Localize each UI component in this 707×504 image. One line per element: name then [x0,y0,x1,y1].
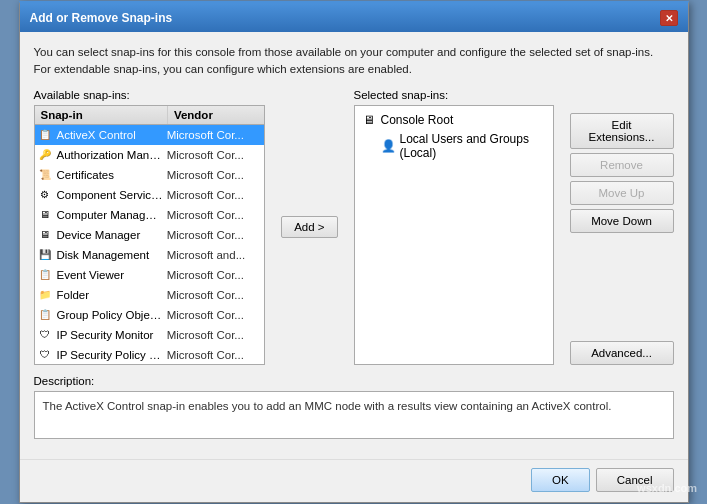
row-icon: 💾 [35,249,55,260]
table-row[interactable]: 📋 ActiveX Control Microsoft Cor... [35,125,265,145]
table-row[interactable]: 📁 Folder Microsoft Cor... [35,285,265,305]
dialog-title: Add or Remove Snap-ins [30,11,173,25]
advanced-button[interactable]: Advanced... [570,341,674,365]
snap-in-table-wrapper: Snap-in Vendor 📋 ActiveX Control Microso… [34,105,266,365]
row-name: IP Security Policy M... [55,348,165,362]
row-name: Group Policy Object ... [55,308,165,322]
row-name: Authorization Manager [55,148,165,162]
selected-label: Selected snap-ins: [354,89,554,101]
row-icon: 📋 [35,129,55,140]
table-row[interactable]: 📋 Group Policy Object ... Microsoft Cor.… [35,305,265,325]
tree-item-label: Local Users and Groups (Local) [400,132,547,160]
table-row[interactable]: ⚙ Component Services Microsoft Cor... [35,185,265,205]
tree-icon: 👤 [381,138,396,154]
row-vendor: Microsoft Cor... [165,168,265,182]
row-vendor: Microsoft Cor... [165,148,265,162]
tree-item[interactable]: 🖥 Console Root [359,110,549,130]
row-icon: 🔑 [35,149,55,160]
row-vendor: Microsoft Cor... [165,268,265,282]
table-row[interactable]: 🛡 IP Security Monitor Microsoft Cor... [35,325,265,345]
right-panel: Selected snap-ins: 🖥 Console Root 👤 Loca… [354,89,554,365]
table-row[interactable]: 💾 Disk Management Microsoft and... [35,245,265,265]
description-label: Description: [34,375,674,387]
description-box: The ActiveX Control snap-in enables you … [34,391,674,439]
row-name: Disk Management [55,248,165,262]
left-panel: Available snap-ins: Snap-in Vendor 📋 Act… [34,89,266,365]
tree-icon: 🖥 [361,112,377,128]
main-panels: Available snap-ins: Snap-in Vendor 📋 Act… [34,89,674,365]
add-button[interactable]: Add > [281,216,337,238]
snap-in-table[interactable]: Snap-in Vendor 📋 ActiveX Control Microso… [35,106,265,364]
row-icon: 🛡 [35,349,55,360]
tree-item[interactable]: 👤 Local Users and Groups (Local) [379,130,549,162]
tree-item-label: Console Root [381,113,454,127]
snap-in-rows: 📋 ActiveX Control Microsoft Cor... 🔑 Aut… [35,125,265,364]
table-row[interactable]: 🖥 Device Manager Microsoft Cor... [35,225,265,245]
row-name: IP Security Monitor [55,328,165,342]
row-icon: 🛡 [35,329,55,340]
header-snapin: Snap-in [35,106,168,124]
edit-extensions-button[interactable]: Edit Extensions... [570,113,674,149]
row-icon: 📜 [35,169,55,180]
row-name: Computer Managem... [55,208,165,222]
row-icon: 🖥 [35,209,55,220]
row-vendor: Microsoft Cor... [165,188,265,202]
move-up-button[interactable]: Move Up [570,181,674,205]
row-icon: ⚙ [35,189,55,200]
row-icon: 📋 [35,269,55,280]
watermark: wsxdn.com [637,482,697,494]
middle-panel: Add > [275,89,343,365]
dialog-footer: OK Cancel [20,459,688,502]
ok-button[interactable]: OK [531,468,590,492]
remove-button[interactable]: Remove [570,153,674,177]
row-vendor: Microsoft Cor... [165,348,265,362]
selected-tree: 🖥 Console Root 👤 Local Users and Groups … [354,105,554,365]
row-name: Device Manager [55,228,165,242]
table-row[interactable]: 📋 Event Viewer Microsoft Cor... [35,265,265,285]
table-header: Snap-in Vendor [35,106,265,125]
move-down-button[interactable]: Move Down [570,209,674,233]
title-bar: Add or Remove Snap-ins ✕ [20,4,688,32]
dialog-body: You can select snap-ins for this console… [20,32,688,450]
row-vendor: Microsoft Cor... [165,228,265,242]
close-button[interactable]: ✕ [660,10,678,26]
row-icon: 🖥 [35,229,55,240]
row-name: Certificates [55,168,165,182]
table-row[interactable]: 📜 Certificates Microsoft Cor... [35,165,265,185]
table-row[interactable]: 🖥 Computer Managem... Microsoft Cor... [35,205,265,225]
row-vendor: Microsoft Cor... [165,208,265,222]
row-vendor: Microsoft Cor... [165,128,265,142]
row-icon: 📁 [35,289,55,300]
row-name: Component Services [55,188,165,202]
table-row[interactable]: 🛡 IP Security Policy M... Microsoft Cor.… [35,345,265,364]
row-vendor: Microsoft and... [165,248,265,262]
dialog: Add or Remove Snap-ins ✕ You can select … [19,1,689,502]
table-row[interactable]: 🔑 Authorization Manager Microsoft Cor... [35,145,265,165]
row-vendor: Microsoft Cor... [165,308,265,322]
intro-text: You can select snap-ins for this console… [34,44,674,76]
row-vendor: Microsoft Cor... [165,328,265,342]
row-name: ActiveX Control [55,128,165,142]
available-label: Available snap-ins: [34,89,266,101]
row-icon: 📋 [35,309,55,320]
row-name: Event Viewer [55,268,165,282]
row-vendor: Microsoft Cor... [165,288,265,302]
row-name: Folder [55,288,165,302]
action-buttons: Edit Extensions... Remove Move Up Move D… [564,89,674,365]
description-section: Description: The ActiveX Control snap-in… [34,375,674,439]
header-vendor: Vendor [168,106,264,124]
